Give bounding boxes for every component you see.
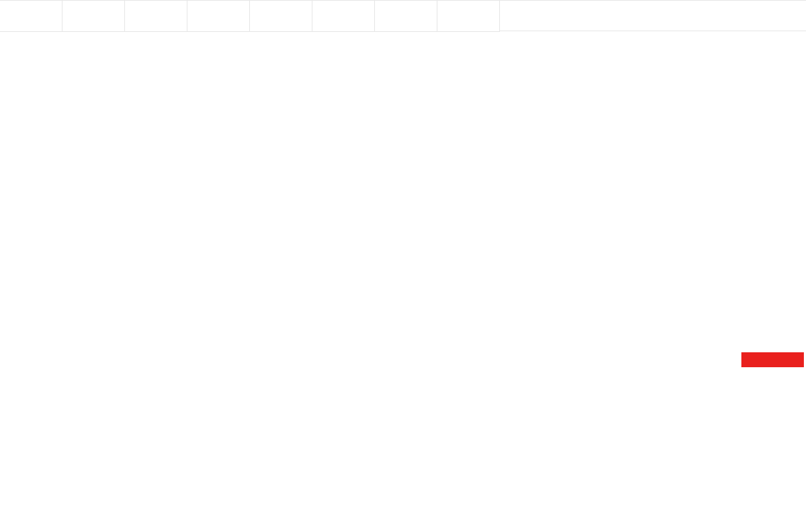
tab-15min[interactable]: [250, 1, 312, 32]
kline-chart-app: [0, 0, 806, 532]
current-price-badge: [741, 352, 804, 367]
timeframe-tabbar: [0, 0, 500, 32]
kline-chart-canvas[interactable]: [0, 0, 806, 532]
tab-4hour[interactable]: [437, 1, 500, 32]
tabbar-empty-space: [500, 0, 806, 31]
tab-week[interactable]: [62, 1, 125, 32]
tab-60min[interactable]: [375, 1, 437, 32]
tab-5min[interactable]: [187, 1, 250, 32]
tab-day[interactable]: [0, 1, 62, 32]
tab-30min[interactable]: [312, 1, 375, 32]
tab-month[interactable]: [125, 1, 187, 32]
